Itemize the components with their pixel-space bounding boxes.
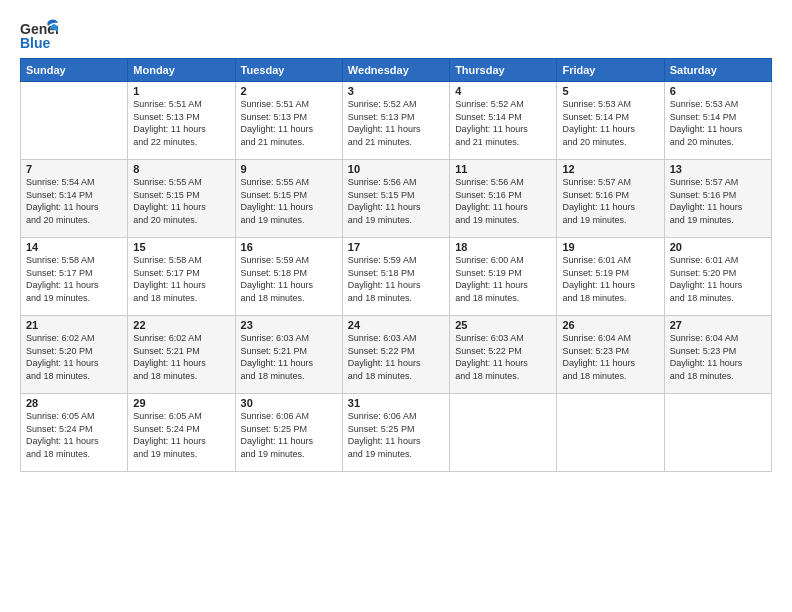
week-row-3: 14Sunrise: 5:58 AMSunset: 5:17 PMDayligh… — [21, 238, 772, 316]
day-number: 24 — [348, 319, 444, 331]
week-row-2: 7Sunrise: 5:54 AMSunset: 5:14 PMDaylight… — [21, 160, 772, 238]
calendar-cell: 28Sunrise: 6:05 AMSunset: 5:24 PMDayligh… — [21, 394, 128, 472]
calendar-cell: 12Sunrise: 5:57 AMSunset: 5:16 PMDayligh… — [557, 160, 664, 238]
calendar-cell: 17Sunrise: 5:59 AMSunset: 5:18 PMDayligh… — [342, 238, 449, 316]
day-info: Sunrise: 5:58 AMSunset: 5:17 PMDaylight:… — [133, 254, 229, 304]
day-number: 7 — [26, 163, 122, 175]
day-number: 3 — [348, 85, 444, 97]
day-number: 17 — [348, 241, 444, 253]
day-info: Sunrise: 6:03 AMSunset: 5:21 PMDaylight:… — [241, 332, 337, 382]
calendar-cell: 7Sunrise: 5:54 AMSunset: 5:14 PMDaylight… — [21, 160, 128, 238]
day-number: 29 — [133, 397, 229, 409]
day-number: 15 — [133, 241, 229, 253]
calendar-cell: 22Sunrise: 6:02 AMSunset: 5:21 PMDayligh… — [128, 316, 235, 394]
calendar-cell: 16Sunrise: 5:59 AMSunset: 5:18 PMDayligh… — [235, 238, 342, 316]
day-number: 25 — [455, 319, 551, 331]
calendar-cell: 5Sunrise: 5:53 AMSunset: 5:14 PMDaylight… — [557, 82, 664, 160]
calendar-cell: 2Sunrise: 5:51 AMSunset: 5:13 PMDaylight… — [235, 82, 342, 160]
calendar-cell: 15Sunrise: 5:58 AMSunset: 5:17 PMDayligh… — [128, 238, 235, 316]
week-row-4: 21Sunrise: 6:02 AMSunset: 5:20 PMDayligh… — [21, 316, 772, 394]
header-friday: Friday — [557, 59, 664, 82]
day-number: 12 — [562, 163, 658, 175]
day-number: 18 — [455, 241, 551, 253]
calendar-cell: 19Sunrise: 6:01 AMSunset: 5:19 PMDayligh… — [557, 238, 664, 316]
calendar-cell: 27Sunrise: 6:04 AMSunset: 5:23 PMDayligh… — [664, 316, 771, 394]
day-info: Sunrise: 5:55 AMSunset: 5:15 PMDaylight:… — [241, 176, 337, 226]
day-info: Sunrise: 6:06 AMSunset: 5:25 PMDaylight:… — [241, 410, 337, 460]
day-info: Sunrise: 6:01 AMSunset: 5:20 PMDaylight:… — [670, 254, 766, 304]
day-number: 22 — [133, 319, 229, 331]
day-number: 27 — [670, 319, 766, 331]
day-info: Sunrise: 5:59 AMSunset: 5:18 PMDaylight:… — [241, 254, 337, 304]
day-number: 30 — [241, 397, 337, 409]
day-info: Sunrise: 5:52 AMSunset: 5:13 PMDaylight:… — [348, 98, 444, 148]
calendar-cell: 18Sunrise: 6:00 AMSunset: 5:19 PMDayligh… — [450, 238, 557, 316]
day-number: 14 — [26, 241, 122, 253]
day-info: Sunrise: 6:03 AMSunset: 5:22 PMDaylight:… — [455, 332, 551, 382]
svg-text:Blue: Blue — [20, 35, 51, 51]
day-info: Sunrise: 6:00 AMSunset: 5:19 PMDaylight:… — [455, 254, 551, 304]
day-info: Sunrise: 6:06 AMSunset: 5:25 PMDaylight:… — [348, 410, 444, 460]
calendar-page: General Blue SundayMondayTuesdayWednesda… — [0, 0, 792, 612]
calendar-cell: 25Sunrise: 6:03 AMSunset: 5:22 PMDayligh… — [450, 316, 557, 394]
calendar-cell: 26Sunrise: 6:04 AMSunset: 5:23 PMDayligh… — [557, 316, 664, 394]
calendar-cell — [664, 394, 771, 472]
day-info: Sunrise: 5:59 AMSunset: 5:18 PMDaylight:… — [348, 254, 444, 304]
day-info: Sunrise: 5:58 AMSunset: 5:17 PMDaylight:… — [26, 254, 122, 304]
calendar-cell: 30Sunrise: 6:06 AMSunset: 5:25 PMDayligh… — [235, 394, 342, 472]
day-info: Sunrise: 6:01 AMSunset: 5:19 PMDaylight:… — [562, 254, 658, 304]
header-saturday: Saturday — [664, 59, 771, 82]
day-number: 31 — [348, 397, 444, 409]
calendar-cell: 1Sunrise: 5:51 AMSunset: 5:13 PMDaylight… — [128, 82, 235, 160]
day-number: 19 — [562, 241, 658, 253]
day-info: Sunrise: 5:57 AMSunset: 5:16 PMDaylight:… — [562, 176, 658, 226]
calendar-cell: 8Sunrise: 5:55 AMSunset: 5:15 PMDaylight… — [128, 160, 235, 238]
calendar-cell: 9Sunrise: 5:55 AMSunset: 5:15 PMDaylight… — [235, 160, 342, 238]
calendar-cell: 11Sunrise: 5:56 AMSunset: 5:16 PMDayligh… — [450, 160, 557, 238]
day-number: 16 — [241, 241, 337, 253]
day-info: Sunrise: 6:05 AMSunset: 5:24 PMDaylight:… — [133, 410, 229, 460]
day-info: Sunrise: 6:04 AMSunset: 5:23 PMDaylight:… — [562, 332, 658, 382]
day-number: 26 — [562, 319, 658, 331]
days-header-row: SundayMondayTuesdayWednesdayThursdayFrid… — [21, 59, 772, 82]
day-number: 13 — [670, 163, 766, 175]
calendar-cell: 21Sunrise: 6:02 AMSunset: 5:20 PMDayligh… — [21, 316, 128, 394]
day-info: Sunrise: 5:56 AMSunset: 5:16 PMDaylight:… — [455, 176, 551, 226]
day-number: 2 — [241, 85, 337, 97]
calendar-cell: 24Sunrise: 6:03 AMSunset: 5:22 PMDayligh… — [342, 316, 449, 394]
day-number: 10 — [348, 163, 444, 175]
day-number: 8 — [133, 163, 229, 175]
day-info: Sunrise: 6:03 AMSunset: 5:22 PMDaylight:… — [348, 332, 444, 382]
header-wednesday: Wednesday — [342, 59, 449, 82]
calendar-cell — [557, 394, 664, 472]
day-number: 21 — [26, 319, 122, 331]
day-number: 4 — [455, 85, 551, 97]
day-number: 6 — [670, 85, 766, 97]
logo: General Blue — [20, 18, 58, 52]
calendar-cell: 10Sunrise: 5:56 AMSunset: 5:15 PMDayligh… — [342, 160, 449, 238]
day-number: 28 — [26, 397, 122, 409]
calendar-cell: 31Sunrise: 6:06 AMSunset: 5:25 PMDayligh… — [342, 394, 449, 472]
header-thursday: Thursday — [450, 59, 557, 82]
header: General Blue — [20, 18, 772, 52]
header-sunday: Sunday — [21, 59, 128, 82]
day-info: Sunrise: 5:56 AMSunset: 5:15 PMDaylight:… — [348, 176, 444, 226]
calendar-cell: 13Sunrise: 5:57 AMSunset: 5:16 PMDayligh… — [664, 160, 771, 238]
day-info: Sunrise: 5:55 AMSunset: 5:15 PMDaylight:… — [133, 176, 229, 226]
day-info: Sunrise: 6:05 AMSunset: 5:24 PMDaylight:… — [26, 410, 122, 460]
header-monday: Monday — [128, 59, 235, 82]
calendar-table: SundayMondayTuesdayWednesdayThursdayFrid… — [20, 58, 772, 472]
day-info: Sunrise: 5:53 AMSunset: 5:14 PMDaylight:… — [562, 98, 658, 148]
day-number: 9 — [241, 163, 337, 175]
day-number: 5 — [562, 85, 658, 97]
day-info: Sunrise: 5:53 AMSunset: 5:14 PMDaylight:… — [670, 98, 766, 148]
week-row-5: 28Sunrise: 6:05 AMSunset: 5:24 PMDayligh… — [21, 394, 772, 472]
day-number: 11 — [455, 163, 551, 175]
week-row-1: 1Sunrise: 5:51 AMSunset: 5:13 PMDaylight… — [21, 82, 772, 160]
calendar-cell: 3Sunrise: 5:52 AMSunset: 5:13 PMDaylight… — [342, 82, 449, 160]
day-info: Sunrise: 5:51 AMSunset: 5:13 PMDaylight:… — [133, 98, 229, 148]
day-info: Sunrise: 6:04 AMSunset: 5:23 PMDaylight:… — [670, 332, 766, 382]
calendar-cell: 4Sunrise: 5:52 AMSunset: 5:14 PMDaylight… — [450, 82, 557, 160]
header-tuesday: Tuesday — [235, 59, 342, 82]
day-info: Sunrise: 6:02 AMSunset: 5:20 PMDaylight:… — [26, 332, 122, 382]
